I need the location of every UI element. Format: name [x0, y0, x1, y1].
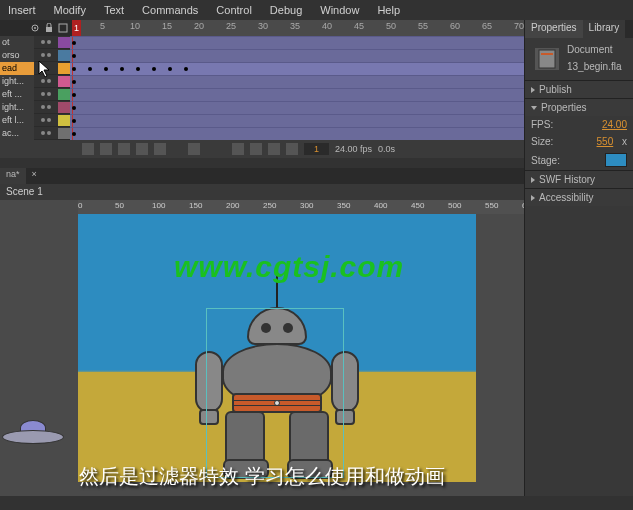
visibility-dot[interactable]	[41, 131, 45, 135]
section-properties[interactable]: Properties	[525, 98, 633, 116]
edit-multi-icon[interactable]	[268, 143, 280, 155]
layer-track[interactable]	[70, 114, 524, 127]
lock-dot[interactable]	[47, 92, 51, 96]
layer-color-chip[interactable]	[58, 50, 70, 61]
outline-icon[interactable]	[58, 23, 68, 33]
layer-flags[interactable]	[34, 118, 58, 122]
menu-text[interactable]: Text	[104, 4, 124, 16]
lock-icon[interactable]	[44, 23, 54, 33]
visibility-icon[interactable]	[30, 23, 40, 33]
onion-outline-icon[interactable]	[250, 143, 262, 155]
layer-color-chip[interactable]	[58, 102, 70, 113]
layer-track[interactable]	[70, 101, 524, 114]
layer-track[interactable]	[70, 75, 524, 88]
lock-dot[interactable]	[47, 118, 51, 122]
goto-last-icon[interactable]	[154, 143, 166, 155]
scene-breadcrumb[interactable]: Scene 1	[0, 184, 524, 200]
keyframe[interactable]	[72, 93, 76, 97]
layer-track[interactable]	[70, 36, 524, 49]
tab-properties[interactable]: Properties	[525, 20, 583, 38]
layer-row[interactable]: ead	[0, 62, 524, 75]
layer-flags[interactable]	[34, 53, 58, 57]
layer-track[interactable]	[70, 127, 524, 140]
lock-dot[interactable]	[47, 53, 51, 57]
section-publish[interactable]: Publish	[525, 80, 633, 98]
visibility-dot[interactable]	[41, 40, 45, 44]
keyframe[interactable]	[72, 132, 76, 136]
keyframe[interactable]	[120, 67, 124, 71]
step-forward-icon[interactable]	[136, 143, 148, 155]
visibility-dot[interactable]	[41, 92, 45, 96]
keyframe[interactable]	[104, 67, 108, 71]
ufo-symbol[interactable]	[2, 420, 64, 448]
onion-skin-icon[interactable]	[232, 143, 244, 155]
layer-name[interactable]: ot	[0, 36, 34, 49]
layer-row[interactable]: eft l...	[0, 114, 524, 127]
tab-library[interactable]: Library	[583, 20, 626, 38]
layer-flags[interactable]	[34, 79, 58, 83]
document-tab[interactable]: na*	[0, 168, 26, 184]
frame-ruler[interactable]: 1 5 10 15 20 25 30 35 40 45 50 55 60 65 …	[72, 20, 524, 36]
menu-help[interactable]: Help	[377, 4, 400, 16]
layer-track[interactable]	[70, 88, 524, 101]
layer-track[interactable]	[70, 62, 524, 75]
lock-dot[interactable]	[47, 105, 51, 109]
selection-box[interactable]	[206, 308, 344, 478]
section-accessibility[interactable]: Accessibility	[525, 188, 633, 206]
step-back-icon[interactable]	[100, 143, 112, 155]
fps-value[interactable]: 24.00	[602, 119, 627, 130]
lock-dot[interactable]	[47, 79, 51, 83]
visibility-dot[interactable]	[41, 79, 45, 83]
onion-markers-icon[interactable]	[286, 143, 298, 155]
keyframe[interactable]	[72, 119, 76, 123]
layer-row[interactable]: orso	[0, 49, 524, 62]
layer-name[interactable]: eft l...	[0, 114, 34, 127]
section-swf-history[interactable]: SWF History	[525, 170, 633, 188]
stage-color-swatch[interactable]	[605, 153, 627, 167]
play-icon[interactable]	[118, 143, 130, 155]
layer-flags[interactable]	[34, 40, 58, 44]
layer-row[interactable]: ight...	[0, 75, 524, 88]
menu-control[interactable]: Control	[216, 4, 251, 16]
lock-dot[interactable]	[47, 131, 51, 135]
layer-name[interactable]: ac...	[0, 127, 34, 140]
layer-row[interactable]: eft ...	[0, 88, 524, 101]
menu-modify[interactable]: Modify	[54, 4, 86, 16]
current-frame[interactable]: 1	[304, 143, 329, 155]
keyframe[interactable]	[152, 67, 156, 71]
visibility-dot[interactable]	[41, 118, 45, 122]
playhead-marker[interactable]: 1	[72, 20, 81, 36]
menu-commands[interactable]: Commands	[142, 4, 198, 16]
layer-flags[interactable]	[34, 105, 58, 109]
keyframe[interactable]	[184, 67, 188, 71]
lock-dot[interactable]	[47, 40, 51, 44]
layer-name[interactable]: eft ...	[0, 88, 34, 101]
layer-color-chip[interactable]	[58, 37, 70, 48]
layer-flags[interactable]	[34, 92, 58, 96]
layer-color-chip[interactable]	[58, 89, 70, 100]
keyframe[interactable]	[72, 106, 76, 110]
layer-name[interactable]: ight...	[0, 75, 34, 88]
layer-flags[interactable]	[34, 131, 58, 135]
layer-color-chip[interactable]	[58, 128, 70, 139]
menu-debug[interactable]: Debug	[270, 4, 302, 16]
keyframe[interactable]	[72, 41, 76, 45]
layer-row[interactable]: ot	[0, 36, 524, 49]
keyframe[interactable]	[72, 67, 76, 71]
menu-insert[interactable]: Insert	[8, 4, 36, 16]
layer-name[interactable]: ight...	[0, 101, 34, 114]
loop-icon[interactable]	[188, 143, 200, 155]
goto-first-icon[interactable]	[82, 143, 94, 155]
keyframe[interactable]	[72, 54, 76, 58]
layer-track[interactable]	[70, 49, 524, 62]
layer-color-chip[interactable]	[58, 63, 70, 74]
stage-canvas[interactable]: www.cgtsj.com	[78, 214, 476, 482]
keyframe[interactable]	[168, 67, 172, 71]
size-width[interactable]: 550	[597, 136, 614, 147]
visibility-dot[interactable]	[41, 105, 45, 109]
layer-color-chip[interactable]	[58, 76, 70, 87]
layer-name[interactable]: orso	[0, 49, 34, 62]
keyframe[interactable]	[88, 67, 92, 71]
visibility-dot[interactable]	[41, 53, 45, 57]
layer-name[interactable]: ead	[0, 62, 34, 75]
